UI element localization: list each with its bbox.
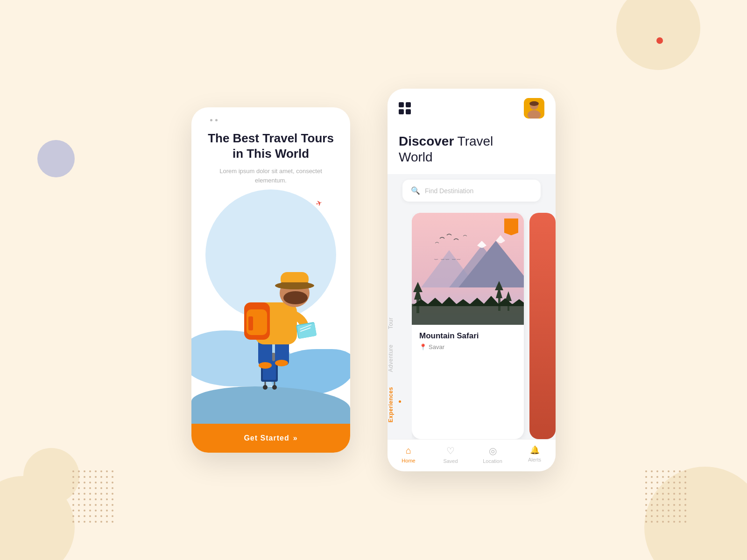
tab-active-dot <box>399 400 401 403</box>
home-icon: ⌂ <box>406 445 411 456</box>
discover-bold: Discover <box>399 134 454 148</box>
nav-alerts[interactable]: 🔔 Alerts <box>514 445 556 464</box>
content-area: Tour Adventure Experiences 〰 〰〰 〰〰 <box>388 213 556 439</box>
search-section: 🔍 Find Destiniation <box>388 174 556 207</box>
nav-saved-label: Saved <box>443 458 458 464</box>
svg-point-12 <box>275 360 288 366</box>
saved-icon: ♡ <box>446 445 455 456</box>
location-pin-icon: 📍 <box>419 343 427 350</box>
menu-icon[interactable] <box>399 102 411 114</box>
grid-cell-3 <box>399 109 404 114</box>
user-avatar[interactable] <box>524 98 544 119</box>
svg-point-4 <box>263 385 268 390</box>
grid-cell-1 <box>399 102 404 107</box>
bookmark-icon[interactable] <box>504 218 518 235</box>
tab-adventure[interactable]: Adventure <box>388 337 412 379</box>
mountain-background: 〰 〰〰 〰〰 <box>412 213 524 325</box>
onboarding-subtitle: Lorem ipsum dolor sit amet, consectet el… <box>205 167 336 185</box>
nav-location-label: Location <box>483 458 502 464</box>
svg-rect-26 <box>281 282 309 286</box>
birds-decoration: 〰 〰〰 〰〰 <box>434 258 461 262</box>
destination-card-1[interactable]: 〰 〰〰 〰〰 <box>412 213 524 439</box>
onboarding-title: The Best Travel Tours in This World <box>205 131 336 161</box>
grid-cell-4 <box>406 109 411 114</box>
destination-card-2-preview[interactable] <box>529 213 556 439</box>
location-name: Savar <box>429 343 444 350</box>
nav-saved[interactable]: ♡ Saved <box>430 445 472 464</box>
side-tabs: Tour Adventure Experiences <box>388 213 412 439</box>
traveler-figure <box>225 246 327 396</box>
location-icon: ◎ <box>489 445 497 456</box>
nav-home-label: Home <box>402 458 415 463</box>
get-started-label: Get Started <box>244 434 289 442</box>
title-section: Discover TravelWorld <box>388 126 556 174</box>
dot-1 <box>210 119 212 121</box>
card-info: Mountain Safari 📍 Savar <box>412 325 524 358</box>
grid-cell-2 <box>406 102 411 107</box>
get-started-button[interactable]: Get Started » <box>191 424 350 453</box>
svg-rect-16 <box>248 316 253 330</box>
airplane-icon: ✈ <box>315 198 324 208</box>
nav-alerts-label: Alerts <box>528 457 541 462</box>
nav-home[interactable]: ⌂ Home <box>388 445 430 464</box>
card-location: 📍 Savar <box>419 343 516 350</box>
dot-2 <box>215 119 218 121</box>
svg-point-11 <box>259 362 272 369</box>
phone-onboarding: The Best Travel Tours in This World Lore… <box>191 107 350 453</box>
app-header <box>388 89 556 126</box>
search-icon: 🔍 <box>411 186 420 195</box>
cards-area: 〰 〰〰 〰〰 <box>412 213 556 439</box>
card-title: Mountain Safari <box>419 331 516 341</box>
svg-point-5 <box>272 385 277 390</box>
svg-point-22 <box>283 291 308 304</box>
get-started-arrows: » <box>293 434 298 442</box>
indicator-dots <box>210 119 218 121</box>
svg-point-30 <box>529 101 539 106</box>
phone-main-app: Discover TravelWorld 🔍 Find Destiniation… <box>388 89 556 471</box>
tab-tour[interactable]: Tour <box>388 310 412 336</box>
tab-experiences[interactable]: Experiences <box>388 379 412 430</box>
illustration-area: ✈ <box>191 185 350 424</box>
card-image-1: 〰 〰〰 〰〰 <box>412 213 524 325</box>
nav-location[interactable]: ◎ Location <box>472 445 514 464</box>
alerts-icon: 🔔 <box>530 445 540 455</box>
svg-rect-45 <box>412 304 524 325</box>
phones-wrapper: The Best Travel Tours in This World Lore… <box>0 0 747 560</box>
bottom-navigation: ⌂ Home ♡ Saved ◎ Location 🔔 Alerts <box>388 439 556 471</box>
phone1-header: The Best Travel Tours in This World Lore… <box>191 107 350 185</box>
search-bar[interactable]: 🔍 Find Destiniation <box>402 180 541 202</box>
discover-title: Discover TravelWorld <box>399 133 544 165</box>
search-placeholder: Find Destiniation <box>425 187 532 195</box>
